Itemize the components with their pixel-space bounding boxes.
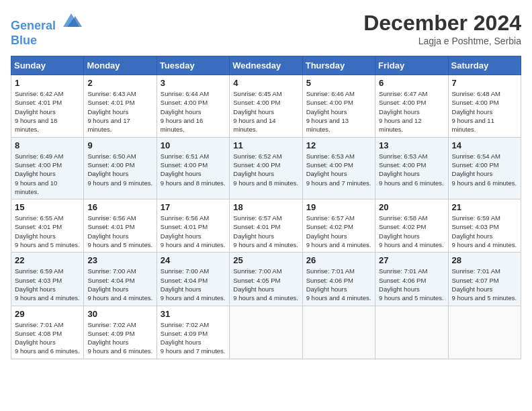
weekday-header-thursday: Thursday (302, 56, 375, 75)
calendar-cell: 1 Sunrise: 6:42 AM Sunset: 4:01 PM Dayli… (11, 75, 84, 137)
title-block: December 2024 Lagja e Poshtme, Serbia (363, 11, 521, 46)
day-number: 17 (161, 202, 226, 212)
calendar-cell: 9 Sunrise: 6:50 AM Sunset: 4:00 PM Dayli… (84, 137, 157, 199)
day-number: 8 (15, 140, 80, 150)
day-number: 14 (452, 140, 517, 150)
calendar-body: 1 Sunrise: 6:42 AM Sunset: 4:01 PM Dayli… (11, 75, 521, 359)
page-header: General Blue December 2024 Lagja e Posht… (11, 11, 521, 48)
day-info: Sunrise: 7:01 AM Sunset: 4:06 PM Dayligh… (306, 267, 371, 302)
calendar-cell (448, 306, 521, 359)
weekday-header-saturday: Saturday (448, 56, 521, 75)
calendar-cell: 17 Sunrise: 6:56 AM Sunset: 4:01 PM Dayl… (157, 199, 229, 253)
day-info: Sunrise: 7:00 AM Sunset: 4:04 PM Dayligh… (161, 267, 226, 302)
calendar-cell: 31 Sunrise: 7:02 AM Sunset: 4:09 PM Dayl… (157, 306, 229, 359)
calendar-table: SundayMondayTuesdayWednesdayThursdayFrid… (11, 56, 521, 359)
day-info: Sunrise: 6:42 AM Sunset: 4:01 PM Dayligh… (15, 89, 80, 134)
day-number: 31 (161, 309, 226, 319)
weekday-header-tuesday: Tuesday (157, 56, 229, 75)
calendar-cell: 25 Sunrise: 7:00 AM Sunset: 4:05 PM Dayl… (230, 253, 302, 306)
day-number: 15 (15, 202, 80, 212)
day-number: 28 (452, 255, 517, 265)
day-info: Sunrise: 6:56 AM Sunset: 4:01 PM Dayligh… (87, 214, 152, 249)
day-number: 7 (452, 78, 517, 88)
calendar-cell: 18 Sunrise: 6:57 AM Sunset: 4:01 PM Dayl… (230, 199, 302, 253)
day-info: Sunrise: 6:44 AM Sunset: 4:00 PM Dayligh… (161, 89, 226, 134)
calendar-cell (375, 306, 448, 359)
day-number: 25 (233, 255, 298, 265)
day-info: Sunrise: 6:45 AM Sunset: 4:00 PM Dayligh… (233, 89, 298, 134)
calendar-cell: 12 Sunrise: 6:53 AM Sunset: 4:00 PM Dayl… (302, 137, 375, 199)
day-number: 5 (306, 78, 371, 88)
calendar-week-row: 8 Sunrise: 6:49 AM Sunset: 4:00 PM Dayli… (11, 137, 521, 199)
calendar-cell: 2 Sunrise: 6:43 AM Sunset: 4:01 PM Dayli… (84, 75, 157, 137)
calendar-cell: 8 Sunrise: 6:49 AM Sunset: 4:00 PM Dayli… (11, 137, 84, 199)
day-info: Sunrise: 6:58 AM Sunset: 4:02 PM Dayligh… (379, 214, 444, 249)
calendar-cell: 22 Sunrise: 6:59 AM Sunset: 4:03 PM Dayl… (11, 253, 84, 306)
logo-icon (60, 11, 82, 30)
day-info: Sunrise: 6:50 AM Sunset: 4:00 PM Dayligh… (87, 152, 152, 187)
day-info: Sunrise: 6:47 AM Sunset: 4:00 PM Dayligh… (379, 89, 444, 134)
day-info: Sunrise: 6:57 AM Sunset: 4:01 PM Dayligh… (233, 214, 298, 249)
day-number: 24 (161, 255, 226, 265)
day-number: 29 (15, 309, 80, 319)
day-info: Sunrise: 7:02 AM Sunset: 4:09 PM Dayligh… (161, 320, 226, 356)
day-info: Sunrise: 6:55 AM Sunset: 4:01 PM Dayligh… (15, 214, 80, 249)
calendar-cell: 21 Sunrise: 6:59 AM Sunset: 4:03 PM Dayl… (448, 199, 521, 253)
logo: General Blue (11, 11, 82, 48)
calendar-cell: 7 Sunrise: 6:48 AM Sunset: 4:00 PM Dayli… (448, 75, 521, 137)
day-number: 27 (379, 255, 444, 265)
day-info: Sunrise: 6:57 AM Sunset: 4:02 PM Dayligh… (306, 214, 371, 249)
calendar-week-row: 29 Sunrise: 7:01 AM Sunset: 4:08 PM Dayl… (11, 306, 521, 359)
day-number: 26 (306, 255, 371, 265)
day-info: Sunrise: 7:01 AM Sunset: 4:08 PM Dayligh… (15, 320, 80, 356)
day-info: Sunrise: 6:49 AM Sunset: 4:00 PM Dayligh… (15, 152, 80, 196)
day-number: 21 (452, 202, 517, 212)
weekday-header-friday: Friday (375, 56, 448, 75)
day-info: Sunrise: 6:48 AM Sunset: 4:00 PM Dayligh… (452, 89, 517, 134)
day-number: 10 (161, 140, 226, 150)
day-number: 11 (233, 140, 298, 150)
day-number: 13 (379, 140, 444, 150)
calendar-cell: 27 Sunrise: 7:01 AM Sunset: 4:06 PM Dayl… (375, 253, 448, 306)
calendar-cell: 26 Sunrise: 7:01 AM Sunset: 4:06 PM Dayl… (302, 253, 375, 306)
calendar-cell: 20 Sunrise: 6:58 AM Sunset: 4:02 PM Dayl… (375, 199, 448, 253)
day-number: 2 (87, 78, 152, 88)
calendar-cell: 3 Sunrise: 6:44 AM Sunset: 4:00 PM Dayli… (157, 75, 229, 137)
day-number: 18 (233, 202, 298, 212)
day-info: Sunrise: 6:52 AM Sunset: 4:00 PM Dayligh… (233, 152, 298, 187)
day-number: 9 (87, 140, 152, 150)
calendar-cell: 4 Sunrise: 6:45 AM Sunset: 4:00 PM Dayli… (230, 75, 302, 137)
day-number: 12 (306, 140, 371, 150)
day-info: Sunrise: 6:46 AM Sunset: 4:00 PM Dayligh… (306, 89, 371, 134)
day-number: 30 (87, 309, 152, 319)
calendar-cell: 13 Sunrise: 6:53 AM Sunset: 4:00 PM Dayl… (375, 137, 448, 199)
logo-blue-text: Blue (11, 34, 82, 48)
day-number: 23 (87, 255, 152, 265)
calendar-cell: 5 Sunrise: 6:46 AM Sunset: 4:00 PM Dayli… (302, 75, 375, 137)
day-number: 20 (379, 202, 444, 212)
calendar-cell: 28 Sunrise: 7:01 AM Sunset: 4:07 PM Dayl… (448, 253, 521, 306)
day-info: Sunrise: 6:51 AM Sunset: 4:00 PM Dayligh… (161, 152, 226, 187)
day-info: Sunrise: 7:00 AM Sunset: 4:05 PM Dayligh… (233, 267, 298, 302)
day-number: 22 (15, 255, 80, 265)
calendar-cell: 29 Sunrise: 7:01 AM Sunset: 4:08 PM Dayl… (11, 306, 84, 359)
day-info: Sunrise: 6:59 AM Sunset: 4:03 PM Dayligh… (452, 214, 517, 249)
weekday-header-sunday: Sunday (11, 56, 84, 75)
calendar-cell: 10 Sunrise: 6:51 AM Sunset: 4:00 PM Dayl… (157, 137, 229, 199)
day-number: 16 (87, 202, 152, 212)
day-info: Sunrise: 6:59 AM Sunset: 4:03 PM Dayligh… (15, 267, 80, 302)
day-number: 19 (306, 202, 371, 212)
day-info: Sunrise: 7:02 AM Sunset: 4:09 PM Dayligh… (87, 320, 152, 356)
calendar-cell: 19 Sunrise: 6:57 AM Sunset: 4:02 PM Dayl… (302, 199, 375, 253)
calendar-cell: 30 Sunrise: 7:02 AM Sunset: 4:09 PM Dayl… (84, 306, 157, 359)
calendar-cell: 23 Sunrise: 7:00 AM Sunset: 4:04 PM Dayl… (84, 253, 157, 306)
day-info: Sunrise: 6:53 AM Sunset: 4:00 PM Dayligh… (379, 152, 444, 187)
calendar-header-row: SundayMondayTuesdayWednesdayThursdayFrid… (11, 56, 521, 75)
month-year-title: December 2024 (363, 11, 521, 36)
day-info: Sunrise: 7:01 AM Sunset: 4:07 PM Dayligh… (452, 267, 517, 302)
day-info: Sunrise: 6:54 AM Sunset: 4:00 PM Dayligh… (452, 152, 517, 187)
day-info: Sunrise: 7:01 AM Sunset: 4:06 PM Dayligh… (379, 267, 444, 302)
calendar-cell (230, 306, 302, 359)
calendar-cell (302, 306, 375, 359)
calendar-cell: 15 Sunrise: 6:55 AM Sunset: 4:01 PM Dayl… (11, 199, 84, 253)
